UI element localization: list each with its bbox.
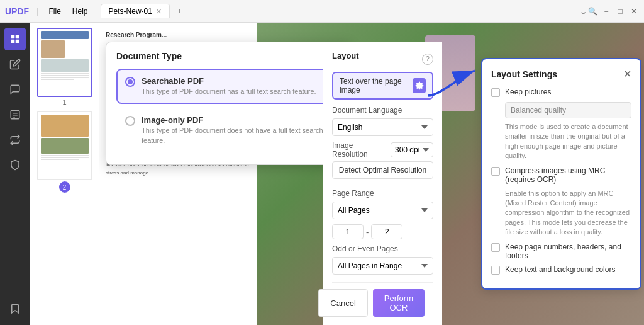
searchable-label: Searchable PDF <box>142 76 331 86</box>
ocr-dialog-title: Document Type <box>116 51 340 61</box>
separator: | <box>36 6 38 16</box>
sidebar-icon-edit[interactable] <box>4 53 26 76</box>
menu-bar: File Help <box>44 5 93 18</box>
window-controls: 🔍 − □ ✕ <box>587 6 639 16</box>
document-language-label: Document Language <box>332 106 433 115</box>
layout-settings-title: Layout Settings <box>491 69 557 79</box>
searchable-radio <box>125 77 135 87</box>
keep-page-numbers-checkbox[interactable] <box>491 243 500 252</box>
keep-text-colors-row: Keep text and background colors <box>491 265 631 275</box>
file-menu[interactable]: File <box>44 5 66 18</box>
keep-page-numbers-row: Keep page numbers, headers, and footers <box>491 242 631 260</box>
page-to-input[interactable] <box>371 224 402 239</box>
sidebar-icon-bookmark[interactable] <box>4 297 26 320</box>
tabs-dropdown[interactable]: ⌄ <box>579 5 587 17</box>
mrc-description: Enable this option to apply an MRC (Mixe… <box>505 189 631 237</box>
sidebar <box>0 23 30 325</box>
maximize-button[interactable]: □ <box>615 6 625 16</box>
searchable-text: Searchable PDF This type of PDF document… <box>142 76 331 96</box>
tab-close-button[interactable]: ✕ <box>156 8 162 16</box>
thumbnails-panel: 1 2 <box>30 23 99 325</box>
thumbnail-image-2 <box>37 111 92 180</box>
keep-text-colors-checkbox[interactable] <box>491 266 500 275</box>
svg-rect-0 <box>11 35 14 38</box>
quality-select[interactable]: Balanced quality <box>505 102 631 118</box>
sidebar-icon-convert[interactable] <box>4 128 26 151</box>
page-range-label: Page Range <box>332 189 433 198</box>
sidebar-icon-home[interactable] <box>4 28 26 50</box>
language-select[interactable]: English <box>332 118 433 136</box>
active-tab[interactable]: Pets-New-01 ✕ <box>101 4 170 18</box>
page-range-inputs: - <box>332 224 433 239</box>
perform-ocr-button[interactable]: Perform OCR <box>373 289 425 317</box>
odd-even-label: Odd or Even Pages <box>332 244 433 253</box>
minimize-button[interactable]: − <box>601 6 611 16</box>
sidebar-icon-form[interactable] <box>4 103 26 126</box>
keep-pictures-label: Keep pictures <box>505 88 551 96</box>
quality-description: This mode is used to create a document s… <box>505 122 631 161</box>
image-only-text: Image-only PDF This type of PDF document… <box>142 115 331 145</box>
layout-column: Layout ? Text over the page image Docume… <box>323 42 442 325</box>
layout-settings-panel: Layout Settings ✕ Keep pictures Balanced… <box>481 58 641 290</box>
close-button[interactable]: ✕ <box>629 6 639 16</box>
odd-even-select[interactable]: All Pages in Range <box>332 257 433 275</box>
keep-pictures-row: Keep pictures <box>491 88 631 97</box>
mrc-compress-row: Compress images using MRC (requires OCR) <box>491 166 631 184</box>
page-badge-2: 2 <box>59 181 70 193</box>
keep-text-colors-label: Keep text and background colors <box>505 265 615 274</box>
detect-optimal-button[interactable]: Detect Optimal Resolution <box>332 161 433 179</box>
app-logo: UPDF <box>5 6 29 16</box>
image-only-pdf-option[interactable]: Image-only PDF This type of PDF document… <box>116 108 340 153</box>
svg-rect-3 <box>16 40 19 43</box>
page-number-1: 1 <box>62 98 66 106</box>
mrc-compress-label: Compress images using MRC (requires OCR) <box>505 166 631 184</box>
doc-type-section: Searchable PDF This type of PDF document… <box>106 69 350 164</box>
help-icon[interactable]: ? <box>422 54 433 65</box>
searchable-desc: This type of PDF document has a full tex… <box>142 87 331 96</box>
image-resolution-label: Image Resolution <box>332 141 391 159</box>
thumbnail-page-1[interactable]: 1 <box>35 28 94 106</box>
resolution-select[interactable]: 300 dpi <box>391 142 433 157</box>
page-range-select[interactable]: All Pages <box>332 202 433 219</box>
layout-settings-close-button[interactable]: ✕ <box>623 68 631 80</box>
title-bar: UPDF | File Help Pets-New-01 ✕ + ⌄ 🔍 − □… <box>0 0 644 23</box>
tab-controls: ⌄ <box>579 5 587 17</box>
search-btn[interactable]: 🔍 <box>587 6 597 16</box>
new-tab-button[interactable]: + <box>172 4 187 19</box>
gear-settings-button[interactable] <box>413 78 426 93</box>
layout-settings-header: Layout Settings ✕ <box>491 68 631 80</box>
ocr-dialog-header: Document Type <box>106 42 350 61</box>
sidebar-icon-protect[interactable] <box>4 154 26 176</box>
page-range-separator: - <box>366 227 369 237</box>
thumbnail-image-1 <box>37 28 92 97</box>
keep-page-numbers-label: Keep page numbers, headers, and footers <box>505 242 631 260</box>
layout-title: Layout <box>332 51 359 60</box>
svg-rect-1 <box>16 35 19 38</box>
content-area: Research Program... physical activity? T… <box>99 23 644 325</box>
keep-pictures-checkbox[interactable] <box>491 88 500 97</box>
ocr-dialog: Document Type Searchable PDF This type o… <box>106 42 351 165</box>
page-from-input[interactable] <box>332 224 364 239</box>
mrc-compress-checkbox[interactable] <box>491 167 500 176</box>
layout-text-option[interactable]: Text over the page image <box>332 72 433 100</box>
text-option-label: Text over the page image <box>340 77 413 94</box>
thumbnail-page-2[interactable]: 2 <box>35 111 94 193</box>
image-only-label: Image-only PDF <box>142 115 331 125</box>
cancel-button[interactable]: Cancel <box>318 289 367 317</box>
image-only-desc: This type of PDF document does not have … <box>142 126 331 145</box>
help-menu[interactable]: Help <box>67 5 93 18</box>
searchable-pdf-option[interactable]: Searchable PDF This type of PDF document… <box>116 69 340 104</box>
dialog-footer: Cancel Perform OCR <box>332 282 433 325</box>
tab-area: Pets-New-01 ✕ + ⌄ <box>101 4 587 19</box>
tab-title: Pets-New-01 <box>109 7 152 16</box>
sidebar-icon-comment[interactable] <box>4 78 26 101</box>
image-only-radio <box>125 116 135 126</box>
main-area: 1 2 Research Program... <box>0 23 644 325</box>
svg-rect-2 <box>11 40 14 43</box>
